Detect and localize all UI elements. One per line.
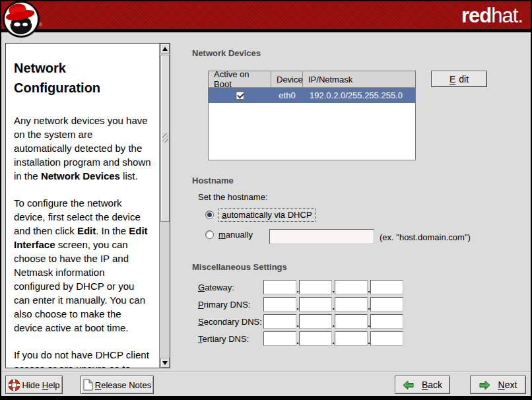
secondary-dns-row: Secondary DNS: ... [198, 314, 403, 329]
tertiary-dns-octet-2[interactable] [299, 331, 332, 346]
registered-mark: ® [39, 22, 42, 27]
tertiary-dns-row: Tertiary DNS: ... [198, 331, 403, 346]
back-label: Back [422, 380, 442, 390]
footer-divider [1, 372, 531, 373]
gateway-octet-1[interactable] [263, 280, 296, 294]
secondary-dns-octet-4[interactable] [370, 314, 403, 329]
network-devices-table: Active on Boot Device IP/Netmask eth0 19… [208, 71, 416, 160]
edit-button[interactable]: Edit [431, 71, 487, 87]
hostname-auto-option[interactable]: automatically via DHCP [205, 208, 316, 222]
misc-settings-section-label: Miscellaneous Settings [192, 262, 287, 272]
column-header-active-on-boot[interactable]: Active on Boot [209, 71, 271, 87]
set-hostname-prompt: Set the hostname: [198, 192, 268, 202]
tertiary-dns-octet-3[interactable] [335, 331, 368, 346]
next-button[interactable]: Next [470, 376, 526, 394]
hostname-auto-label[interactable]: automatically via DHCP [218, 208, 316, 222]
redhat-shadowman-logo-icon [3, 1, 40, 38]
gateway-octet-2[interactable] [299, 280, 332, 294]
network-devices-section-label: Network Devices [192, 48, 261, 58]
tertiary-dns-octet-1[interactable] [263, 331, 296, 346]
radio-selected-icon[interactable] [205, 211, 214, 219]
ip-netmask-cell: 192.0.2.0/255.255.255.0 [303, 90, 415, 100]
column-header-device[interactable]: Device [271, 71, 303, 87]
tertiary-dns-label: Tertiary DNS: [198, 334, 263, 344]
table-row[interactable]: eth0 192.0.2.0/255.255.255.0 [209, 88, 415, 103]
wordmark-red: red [461, 4, 491, 27]
hostname-manual-label[interactable]: manually [218, 230, 253, 240]
arrow-up-icon [162, 47, 168, 51]
gateway-row: Gateway: ... [198, 280, 403, 294]
help-paragraph: To configure the network device, first s… [14, 196, 152, 335]
gateway-label: Gateway: [198, 283, 263, 292]
help-paragraphs: Any network devices you have on the syst… [14, 114, 152, 368]
scroll-up-button[interactable] [160, 44, 170, 53]
life-preserver-icon [8, 379, 20, 391]
help-text: Network Configuration Any network device… [6, 44, 159, 368]
header-bar [1, 1, 531, 29]
release-notes-label: Release Notes [95, 380, 151, 390]
hide-help-label: Hide Help [22, 380, 59, 390]
misc-settings-rows: Gateway: ... Primary DNS: ... Secondary … [198, 280, 403, 349]
hostname-hint: (ex. "host.domain.com") [380, 232, 471, 242]
arrow-left-icon [403, 380, 414, 390]
help-paragraph: If you do not have DHCP client access or… [14, 348, 152, 368]
hostname-input[interactable] [269, 229, 374, 244]
release-notes-button[interactable]: Release Notes [81, 376, 154, 394]
redhat-wordmark: redhat. [461, 4, 523, 28]
hide-help-button[interactable]: Hide Help [5, 376, 63, 394]
hostname-section-label: Hostname [192, 176, 234, 185]
scroll-down-button[interactable] [160, 358, 170, 368]
active-on-boot-checkbox[interactable] [236, 91, 244, 100]
primary-dns-octet-2[interactable] [299, 297, 332, 312]
help-paragraph: Any network devices you have on the syst… [14, 114, 152, 183]
primary-dns-row: Primary DNS: ... [198, 297, 403, 312]
primary-dns-octet-1[interactable] [263, 297, 296, 312]
arrow-down-icon [162, 361, 168, 365]
primary-dns-octet-4[interactable] [370, 297, 403, 312]
secondary-dns-octet-3[interactable] [335, 314, 368, 329]
scrollbar-grip-icon [162, 133, 168, 143]
hostname-manual-option[interactable]: manually [205, 230, 253, 240]
help-panel: Network Configuration Any network device… [5, 43, 170, 368]
back-button[interactable]: Back [395, 376, 450, 394]
next-label: Next [498, 380, 517, 390]
tertiary-dns-octet-4[interactable] [370, 331, 403, 346]
document-icon [83, 379, 93, 391]
secondary-dns-octet-2[interactable] [299, 314, 332, 329]
primary-dns-label: Primary DNS: [198, 300, 263, 310]
secondary-dns-label: Secondary DNS: [198, 317, 263, 327]
gateway-octet-3[interactable] [335, 280, 368, 294]
table-header-row: Active on Boot Device IP/Netmask [209, 71, 415, 88]
device-cell: eth0 [271, 90, 303, 100]
column-header-ip-netmask[interactable]: IP/Netmask [303, 71, 415, 87]
installer-window: ® redhat. Network Configuration Any netw… [0, 0, 532, 400]
wordmark-hat: hat. [491, 4, 523, 27]
radio-unselected-icon[interactable] [205, 230, 214, 239]
primary-dns-octet-3[interactable] [335, 297, 368, 312]
scrollbar-thumb[interactable] [160, 55, 170, 222]
gateway-octet-4[interactable] [370, 280, 403, 294]
secondary-dns-octet-1[interactable] [263, 314, 296, 329]
help-scrollbar[interactable] [159, 44, 170, 368]
arrow-right-icon [479, 380, 490, 390]
help-title: Network Configuration [14, 58, 126, 98]
